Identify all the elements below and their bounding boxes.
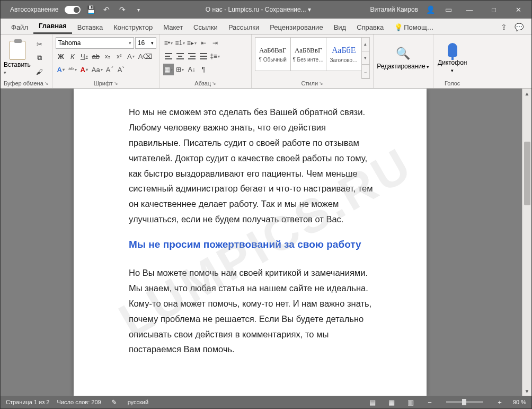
font-family-dropdown[interactable]: Tahoma: [56, 37, 134, 49]
tab-designer[interactable]: Конструктор: [108, 20, 158, 34]
text-fill-button[interactable]: A: [56, 64, 66, 75]
scroll-up-icon[interactable]: ▲: [522, 89, 531, 98]
tab-layout[interactable]: Макет: [158, 20, 188, 34]
style-normal[interactable]: АаБбВвГ¶ Обычный: [255, 37, 291, 71]
styles-scroll[interactable]: ▴▾⌄: [361, 37, 370, 79]
save-icon[interactable]: 💾: [84, 3, 97, 16]
style-nospacing[interactable]: АаБбВвГ¶ Без инте…: [290, 37, 326, 71]
print-layout-icon[interactable]: ▦: [386, 398, 397, 406]
redo-icon[interactable]: ↷: [116, 3, 129, 16]
font-color-button[interactable]: A: [79, 64, 90, 75]
copy-icon[interactable]: ⧉: [33, 52, 45, 64]
clear-format-button[interactable]: A⌫: [137, 50, 154, 62]
comments-icon[interactable]: 💬: [511, 20, 526, 34]
microphone-icon: [448, 43, 457, 57]
tab-insert[interactable]: Вставка: [72, 20, 108, 34]
indent-button[interactable]: ⇥: [210, 37, 220, 49]
qat-more-icon[interactable]: ▾: [131, 3, 145, 16]
borders-button[interactable]: ⊞: [175, 64, 185, 75]
share-icon[interactable]: ⇪: [496, 20, 511, 34]
subscript-button[interactable]: x₂: [102, 50, 113, 62]
highlight-button[interactable]: ᵃᵇ: [67, 64, 78, 75]
maximize-button[interactable]: □: [483, 2, 505, 18]
bold-button[interactable]: Ж: [56, 50, 66, 62]
sort-button[interactable]: А↓: [187, 64, 197, 75]
spellcheck-icon[interactable]: ✎: [109, 398, 120, 406]
tab-help[interactable]: Справка: [351, 20, 389, 34]
undo-icon[interactable]: ↶: [100, 3, 113, 16]
shrink-font-button[interactable]: Aˋ: [117, 64, 127, 75]
clipboard-launcher-icon[interactable]: ↘: [45, 81, 49, 86]
heading[interactable]: Мы не просим пожертвований за свою работ…: [129, 239, 375, 250]
group-voice: Диктофон Голос: [433, 34, 472, 88]
vertical-scrollbar[interactable]: ▲ ▼: [522, 89, 531, 396]
align-center-button[interactable]: [175, 50, 185, 62]
numbering-button[interactable]: ≡1: [175, 37, 185, 49]
format-painter-icon[interactable]: 🖌: [33, 66, 45, 78]
paste-button[interactable]: Вставить: [4, 37, 31, 79]
tab-view[interactable]: Вид: [329, 20, 352, 34]
body-paragraph[interactable]: Но Вы можете помочь нам своей критикой и…: [129, 265, 375, 357]
superscript-button[interactable]: x²: [114, 50, 125, 62]
group-editing: 🔍 Редактирование: [374, 34, 433, 88]
tab-refs[interactable]: Ссылки: [188, 20, 223, 34]
zoom-slider[interactable]: [446, 401, 483, 403]
tab-review[interactable]: Рецензирование: [264, 20, 328, 34]
group-styles: АаБбВвГ¶ Обычный АаБбВвГ¶ Без инте… АаБб…: [252, 34, 374, 88]
bullets-button[interactable]: ≡•: [163, 37, 174, 49]
cut-icon[interactable]: ✂: [33, 38, 45, 50]
web-layout-icon[interactable]: ▥: [405, 398, 416, 406]
search-icon: 🔍: [396, 47, 410, 60]
align-right-button[interactable]: [187, 50, 197, 62]
minimize-button[interactable]: —: [458, 2, 481, 18]
titlebar: Автосохранение 💾 ↶ ↷ ▾ О нас - Lumpics.r…: [1, 1, 531, 19]
document-page[interactable]: Но мы не сможем это сделать без Вашей об…: [74, 89, 427, 396]
outdent-button[interactable]: ⇤: [198, 37, 209, 49]
collapse-ribbon-icon[interactable]: ⌃: [524, 399, 528, 406]
group-font-label: Шрифт: [94, 80, 113, 86]
ribbon-options-icon[interactable]: ▭: [441, 3, 455, 16]
justify-button[interactable]: [198, 50, 209, 62]
group-paragraph: ≡• ≡1 ≡▸ ⇤ ⇥ ‡≡ ▦ ⊞ А↓ ¶: [160, 34, 252, 88]
statusbar: Страница 1 из 2 Число слов: 209 ✎ русски…: [1, 396, 531, 408]
style-heading[interactable]: АаБбЕЗаголово…: [326, 37, 362, 71]
tab-file[interactable]: Файл: [6, 20, 33, 34]
tab-mail[interactable]: Рассылки: [223, 20, 264, 34]
user-avatar-icon[interactable]: 👤: [423, 3, 437, 16]
word-count[interactable]: Число слов: 209: [57, 399, 101, 405]
dictate-button[interactable]: Диктофон: [437, 37, 468, 79]
autosave-toggle[interactable]: [65, 6, 81, 14]
language-indicator[interactable]: русский: [128, 399, 148, 405]
align-left-button[interactable]: [163, 50, 174, 62]
shading-button[interactable]: ▦: [163, 64, 174, 75]
document-title: О нас - Lumpics.ru - Сохранение... ▾: [146, 6, 370, 13]
scroll-thumb[interactable]: [524, 142, 530, 205]
read-mode-icon[interactable]: ▤: [367, 398, 378, 406]
italic-button[interactable]: К: [67, 50, 78, 62]
close-button[interactable]: ✕: [507, 2, 529, 18]
font-size-dropdown[interactable]: 16: [135, 37, 156, 49]
ribbon: Вставить ✂ ⧉ 🖌 Буфер обмена↘ Tahoma 16 Ж: [1, 34, 531, 89]
text-effects-button[interactable]: A: [126, 50, 136, 62]
tellme[interactable]: 💡Помощ…: [389, 20, 439, 34]
font-launcher-icon[interactable]: ↘: [114, 81, 118, 86]
line-spacing-button[interactable]: ‡≡: [210, 50, 220, 62]
page-indicator[interactable]: Страница 1 из 2: [6, 399, 49, 405]
underline-button[interactable]: Ч: [79, 50, 90, 62]
grow-font-button[interactable]: Aˊ: [105, 64, 116, 75]
autosave-label: Автосохранение: [10, 6, 58, 13]
styles-launcher-icon[interactable]: ↘: [319, 81, 323, 86]
group-clipboard: Вставить ✂ ⧉ 🖌 Буфер обмена↘: [1, 34, 52, 88]
body-paragraph[interactable]: Но мы не сможем это сделать без Вашей об…: [129, 105, 375, 227]
multilevel-button[interactable]: ≡▸: [187, 37, 197, 49]
zoom-out-button[interactable]: −: [424, 398, 436, 406]
para-launcher-icon[interactable]: ↘: [212, 81, 216, 86]
strikethrough-button[interactable]: ab: [91, 50, 101, 62]
change-case-button[interactable]: Aa: [91, 64, 104, 75]
tab-home[interactable]: Главная: [33, 19, 72, 34]
scroll-down-icon[interactable]: ▼: [522, 386, 531, 396]
group-clipboard-label: Буфер обмена: [4, 80, 43, 86]
show-marks-button[interactable]: ¶: [198, 64, 209, 75]
editing-button[interactable]: 🔍 Редактирование: [377, 37, 430, 79]
zoom-in-button[interactable]: +: [494, 398, 506, 406]
